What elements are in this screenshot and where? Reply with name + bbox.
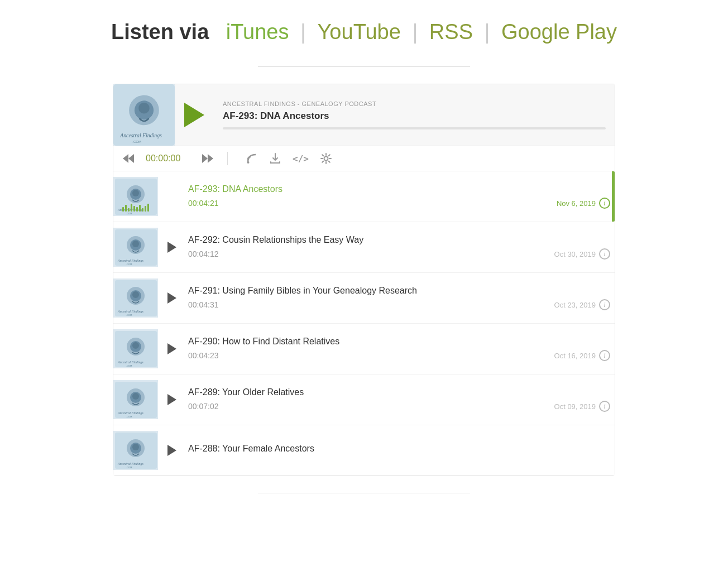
player-progress-bar[interactable]: [223, 127, 606, 129]
active-indicator: [612, 171, 615, 222]
play-icon: [184, 103, 204, 127]
svg-point-27: [132, 291, 139, 298]
episode-thumbnail: Ancestral Findings .COM: [113, 278, 158, 318]
episode-meta: 00:04:23Oct 16, 2019i: [188, 350, 610, 361]
itunes-link[interactable]: iTunes: [226, 20, 289, 44]
episode-content: AF-289: Your Older Relatives00:07:02Oct …: [186, 385, 615, 414]
episode-content: AF-290: How to Find Distant Relatives00:…: [186, 334, 615, 363]
episode-play-button[interactable]: [158, 292, 186, 304]
info-icon[interactable]: i: [599, 350, 610, 361]
episode-item[interactable]: Ancestral Findings .COM AF-288: Your Fem…: [113, 425, 615, 475]
svg-point-3: [138, 103, 150, 114]
svg-point-15: [132, 190, 139, 196]
bottom-divider: [258, 493, 470, 493]
episode-item[interactable]: Ancestral Findings .COM AF-293: DNA Ance…: [113, 171, 615, 222]
svg-text:.COM: .COM: [126, 415, 132, 418]
episode-content: AF-288: Your Female Ancestors: [186, 441, 615, 459]
episode-duration: 00:04:31: [188, 300, 219, 309]
svg-point-45: [132, 444, 139, 450]
svg-text:.COM: .COM: [126, 466, 132, 469]
episode-date-area: Oct 30, 2019i: [554, 248, 610, 260]
svg-text:.COM: .COM: [132, 140, 141, 143]
svg-text:Ancestral Findings: Ancestral Findings: [117, 361, 143, 364]
episode-list: Ancestral Findings .COM AF-293: DNA Ance…: [113, 171, 615, 475]
episode-date-area: Oct 09, 2019i: [554, 401, 610, 412]
svg-point-10: [247, 161, 250, 164]
download-icon[interactable]: [269, 152, 281, 165]
episode-item[interactable]: Ancestral Findings .COM AF-290: How to F…: [113, 324, 615, 374]
episode-thumbnail: Ancestral Findings .COM: [113, 380, 158, 419]
info-icon[interactable]: i: [599, 198, 610, 209]
episode-meta: 00:04:31Oct 23, 2019i: [188, 299, 610, 310]
svg-marker-7: [128, 154, 134, 163]
episode-content: AF-291: Using Family Bibles in Your Gene…: [186, 284, 615, 313]
episode-date-area: Nov 6, 2019i: [557, 198, 610, 209]
play-icon: [167, 394, 176, 405]
episode-play-button[interactable]: [158, 394, 186, 405]
episode-title: AF-293: DNA Ancestors: [188, 184, 610, 194]
episode-thumbnail: Ancestral Findings .COM: [113, 431, 158, 470]
info-icon[interactable]: i: [599, 248, 610, 260]
episode-item[interactable]: Ancestral Findings .COM AF-289: Your Old…: [113, 374, 615, 425]
player-play-button[interactable]: [175, 84, 214, 146]
google-play-link[interactable]: Google Play: [501, 20, 617, 44]
episode-play-button[interactable]: [158, 343, 186, 354]
rewind-button[interactable]: [122, 153, 135, 164]
svg-text:Ancestral Findings: Ancestral Findings: [117, 462, 143, 465]
episode-meta: 00:04:12Oct 30, 2019i: [188, 248, 610, 260]
play-icon: [167, 445, 176, 456]
player-controls: 00:00:00 </>: [113, 146, 615, 171]
rss-link[interactable]: RSS: [429, 20, 473, 44]
play-icon: [167, 242, 176, 253]
episode-duration: 00:04:23: [188, 351, 219, 360]
episode-title: AF-290: How to Find Distant Relatives: [188, 337, 610, 347]
episode-thumbnail: Ancestral Findings .COM: [113, 329, 158, 368]
svg-text:.COM: .COM: [126, 263, 132, 266]
player-podcast-name: ANCESTRAL FINDINGS - GENEALOGY PODCAST: [223, 100, 606, 107]
episode-duration: 00:04:21: [188, 199, 219, 208]
svg-marker-6: [123, 154, 128, 163]
fast-forward-button[interactable]: [202, 153, 214, 164]
player-top: Ancestral Findings .COM ANCESTRAL FINDIN…: [113, 84, 615, 146]
listen-header: Listen via iTunes | YouTube | RSS | Goog…: [111, 20, 617, 44]
play-icon: [167, 343, 176, 354]
youtube-link[interactable]: YouTube: [318, 20, 401, 44]
player-info: ANCESTRAL FINDINGS - GENEALOGY PODCAST A…: [214, 84, 615, 146]
episode-play-button[interactable]: [158, 242, 186, 253]
svg-point-11: [324, 157, 328, 161]
episode-duration: 00:07:02: [188, 402, 219, 411]
waveform-icon: [122, 204, 149, 212]
subscribe-icon[interactable]: [246, 152, 258, 165]
svg-text:Ancestral Findings: Ancestral Findings: [119, 132, 162, 138]
player-thumbnail: Ancestral Findings .COM: [113, 84, 175, 146]
svg-text:Ancestral Findings: Ancestral Findings: [117, 310, 143, 313]
episode-title: AF-292: Cousin Relationships the Easy Wa…: [188, 235, 610, 245]
svg-text:.COM: .COM: [126, 314, 132, 316]
embed-icon[interactable]: </>: [293, 153, 309, 164]
episode-thumbnail: Ancestral Findings .COM: [113, 177, 158, 216]
episode-date: Oct 09, 2019: [554, 402, 596, 411]
episode-duration: 00:04:12: [188, 249, 219, 258]
settings-icon[interactable]: [320, 152, 332, 165]
play-icon: [167, 292, 176, 304]
info-icon[interactable]: i: [599, 299, 610, 310]
svg-marker-9: [208, 154, 213, 163]
episode-date-area: Oct 16, 2019i: [554, 350, 610, 361]
episode-date: Oct 30, 2019: [554, 250, 596, 258]
episode-item[interactable]: Ancestral Findings .COM AF-291: Using Fa…: [113, 273, 615, 324]
episode-date-area: Oct 23, 2019i: [554, 299, 610, 310]
svg-text:Ancestral Findings: Ancestral Findings: [117, 259, 143, 262]
listen-via-label: Listen via: [111, 20, 209, 44]
svg-text:Ancestral Findings: Ancestral Findings: [117, 411, 143, 415]
episode-thumbnail: Ancestral Findings .COM: [113, 228, 158, 267]
controls-separator: [227, 152, 228, 165]
svg-marker-8: [202, 154, 208, 163]
episode-content: AF-293: DNA Ancestors00:04:21Nov 6, 2019…: [186, 182, 615, 211]
info-icon[interactable]: i: [599, 401, 610, 412]
episode-meta: 00:04:21Nov 6, 2019i: [188, 198, 610, 209]
player-container: Ancestral Findings .COM ANCESTRAL FINDIN…: [113, 84, 615, 476]
episode-title: AF-288: Your Female Ancestors: [188, 444, 610, 454]
episode-play-button[interactable]: [158, 445, 186, 456]
episode-item[interactable]: Ancestral Findings .COM AF-292: Cousin R…: [113, 222, 615, 273]
svg-point-33: [132, 342, 139, 349]
